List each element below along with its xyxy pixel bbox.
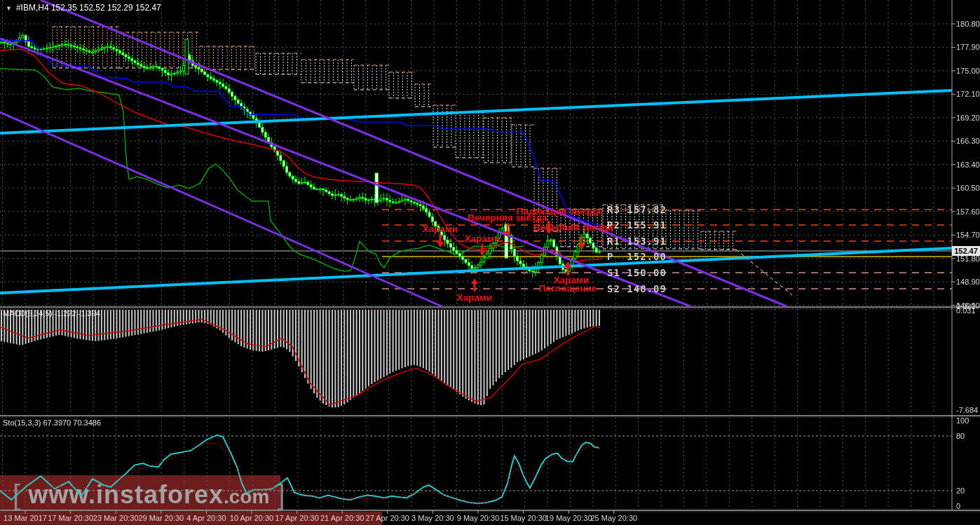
macd-indicator-label: MACD(5,34,5) -1.222 -1.394 (3, 309, 100, 318)
chart-title-bar: ▼#IBM,H4 152.35 152.52 152.29 152.47 (6, 3, 161, 13)
current-price-badge: 152.47 (952, 246, 980, 256)
stochastic-indicator-label: Sto(15,3,3) 67.3970 70.3486 (3, 418, 101, 427)
chart-title: #IBM,H4 152.35 152.52 152.29 152.47 (16, 3, 161, 13)
chart-window: [ www.instaforex.com ] ▼#IBM,H4 152.35 1… (0, 0, 980, 525)
chevron-down-icon[interactable]: ▼ (6, 5, 12, 12)
chart-area[interactable] (0, 0, 980, 525)
